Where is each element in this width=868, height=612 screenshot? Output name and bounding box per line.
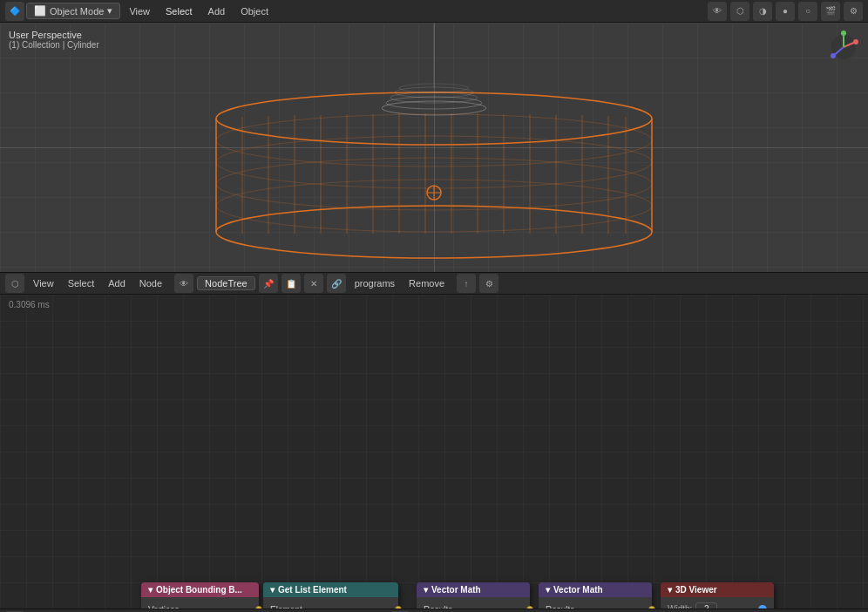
remove-btn[interactable]: Remove bbox=[403, 276, 450, 290]
collapse-icon-vm2[interactable]: ▾ bbox=[546, 585, 550, 595]
svg-point-20 bbox=[216, 114, 652, 167]
node-header-vm1: ▾ Vector Math bbox=[417, 582, 530, 597]
chevron-down-icon: ▾ bbox=[107, 5, 112, 17]
overlay-icon[interactable]: ⬡ bbox=[730, 2, 749, 21]
programs-btn[interactable]: programs bbox=[349, 276, 400, 290]
node-tree-name[interactable]: NodeTree bbox=[197, 276, 255, 290]
timeline-toolbar: ⏱ Playback Keying View Marker ⏺ ⏮ ◀ ◂ ▶ … bbox=[0, 609, 868, 612]
viewport-icon[interactable]: 👁 bbox=[708, 2, 727, 21]
socket-element1-out[interactable] bbox=[395, 606, 402, 609]
node-editor-background bbox=[0, 295, 868, 609]
get-list-element-1-node: ▾ Get List Element Element ⊞ Clamp ↻ Wra… bbox=[263, 582, 398, 609]
node-row-element1: Element bbox=[263, 601, 398, 609]
node-up-icon[interactable]: ↑ bbox=[457, 274, 476, 293]
svg-point-24 bbox=[382, 101, 486, 115]
node-title-obj-bb: Object Bounding B... bbox=[156, 585, 242, 595]
right-icons: 👁 ⬡ ◑ ● ○ 🎬 ⚙ bbox=[708, 2, 863, 21]
node-title-vm1: Vector Math bbox=[431, 585, 481, 595]
render-icon[interactable]: 🎬 bbox=[821, 2, 840, 21]
socket-results1-out[interactable] bbox=[526, 606, 533, 609]
3d-viewer-node: ▾ 3D Viewer Width: 2 Data bbox=[661, 582, 774, 609]
node-row-results1: Results bbox=[417, 601, 530, 609]
add-menu[interactable]: Add bbox=[201, 4, 233, 18]
svg-point-37 bbox=[853, 39, 858, 44]
blender-icon[interactable]: 🔷 bbox=[5, 2, 24, 21]
width-row: Width: 2 bbox=[661, 601, 774, 609]
node-editor[interactable]: 0.3096 ms ▾ Object Bounding B... Vertice… bbox=[0, 295, 868, 609]
collapse-icon-vm1[interactable]: ▾ bbox=[424, 585, 428, 595]
socket-vertices-out[interactable] bbox=[255, 606, 262, 609]
link-icon[interactable]: 🔗 bbox=[327, 274, 346, 293]
pin-icon[interactable]: 📌 bbox=[259, 274, 278, 293]
vector-math-1-node: ▾ Vector Math Results Subtract Add Multi… bbox=[417, 582, 530, 609]
node-title-3dv: 3D Viewer bbox=[675, 585, 717, 595]
svg-point-21 bbox=[216, 136, 652, 188]
object-menu[interactable]: Object bbox=[234, 4, 275, 18]
node-body-gle1: Element ⊞ Clamp ↻ Wrap ⋮ List Index: bbox=[263, 597, 398, 609]
top-menubar: 🔷 ⬜ Object Mode ▾ View Select Add Object… bbox=[0, 0, 868, 23]
settings-icon[interactable]: ⚙ bbox=[844, 2, 863, 21]
width-socket[interactable] bbox=[758, 605, 767, 609]
collapse-icon-3dv[interactable]: ▾ bbox=[668, 585, 672, 595]
viewport-info: User Perspective (1) Collection | Cylind… bbox=[9, 30, 99, 50]
vector-math-2-node: ▾ Vector Math Results Divide Add Subtrac… bbox=[539, 582, 652, 609]
viewport-gizmo[interactable] bbox=[826, 30, 861, 65]
close-icon[interactable]: ✕ bbox=[304, 274, 323, 293]
node-add-menu[interactable]: Add bbox=[103, 276, 131, 290]
node-header-vm2: ▾ Vector Math bbox=[539, 582, 652, 597]
copy-icon[interactable]: 📋 bbox=[281, 274, 301, 293]
node-title-vm2: Vector Math bbox=[553, 585, 603, 595]
node-node-menu[interactable]: Node bbox=[134, 276, 167, 290]
node-row-results2: Results bbox=[539, 601, 652, 609]
node-editor-toolbar: ⬡ View Select Add Node 👁 NodeTree 📌 📋 ✕ … bbox=[0, 272, 868, 295]
performance-text: 0.3096 ms bbox=[9, 300, 50, 309]
shading-icon-2[interactable]: ● bbox=[776, 2, 795, 21]
svg-point-39 bbox=[831, 53, 836, 58]
perspective-label: User Perspective bbox=[9, 30, 99, 40]
width-value[interactable]: 2 bbox=[695, 602, 717, 609]
node-body-obj-bb: Vertices Edges Polygons Center ⬜ Cylinde… bbox=[141, 597, 259, 609]
node-body-vm2: Results Divide Add Subtract Multiply A B bbox=[539, 597, 652, 609]
node-view-icon[interactable]: 👁 bbox=[174, 274, 193, 293]
shading-icon-1[interactable]: ◑ bbox=[753, 2, 772, 21]
gizmo-svg bbox=[826, 30, 861, 65]
node-header-gle1: ▾ Get List Element bbox=[263, 582, 398, 597]
svg-point-22 bbox=[216, 158, 652, 210]
object-icon: ⬜ bbox=[34, 5, 46, 17]
object-mode-selector[interactable]: ⬜ Object Mode ▾ bbox=[26, 3, 120, 19]
node-header-3dv: ▾ 3D Viewer bbox=[661, 582, 774, 597]
collection-label: (1) Collection | Cylinder bbox=[9, 40, 99, 50]
collapse-icon-gle1[interactable]: ▾ bbox=[270, 585, 275, 595]
cylinder-wireframe-svg bbox=[0, 23, 868, 272]
node-row-vertices: Vertices bbox=[141, 601, 259, 609]
svg-point-0 bbox=[216, 92, 652, 145]
socket-results2-out[interactable] bbox=[648, 606, 655, 609]
shading-icon-3[interactable]: ○ bbox=[798, 2, 817, 21]
node-editor-icon[interactable]: ⬡ bbox=[5, 274, 24, 293]
object-bounding-box-node: ▾ Object Bounding B... Vertices Edges Po… bbox=[141, 582, 259, 609]
node-settings-icon[interactable]: ⚙ bbox=[479, 274, 498, 293]
node-select-menu[interactable]: Select bbox=[63, 276, 100, 290]
node-view-menu[interactable]: View bbox=[28, 276, 59, 290]
svg-point-38 bbox=[841, 31, 846, 36]
3d-viewport[interactable]: User Perspective (1) Collection | Cylind… bbox=[0, 23, 868, 272]
select-menu[interactable]: Select bbox=[159, 4, 200, 18]
mode-label: Object Mode bbox=[50, 6, 104, 17]
node-body-vm1: Results Subtract Add Multiply Divide A B bbox=[417, 597, 530, 609]
node-title-gle1: Get List Element bbox=[278, 585, 347, 595]
node-body-3dv: Width: 2 Data bbox=[661, 597, 774, 609]
collapse-icon-obj-bb[interactable]: ▾ bbox=[148, 585, 153, 595]
node-header-obj-bb: ▾ Object Bounding B... bbox=[141, 582, 259, 597]
view-menu[interactable]: View bbox=[122, 4, 157, 18]
